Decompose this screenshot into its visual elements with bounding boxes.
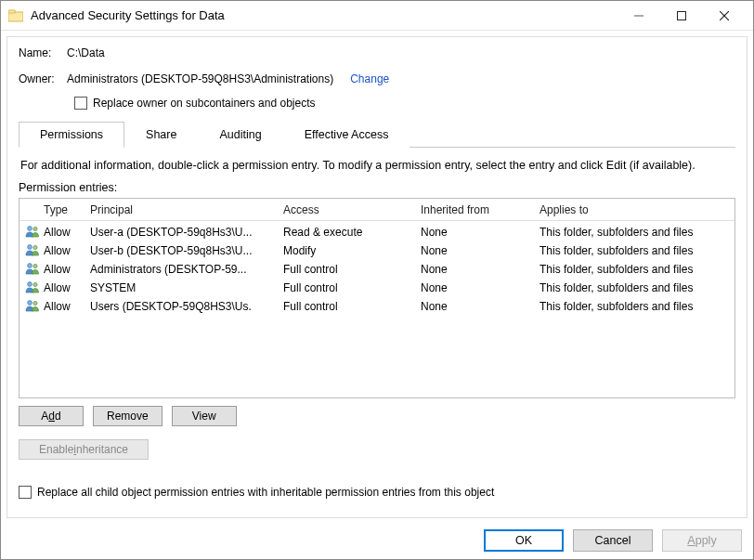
name-value: C:\Data: [67, 46, 105, 59]
svg-rect-3: [678, 11, 686, 20]
svg-point-10: [28, 263, 32, 267]
cell-principal: SYSTEM: [84, 281, 278, 294]
cell-type: Allow: [38, 244, 84, 257]
cell-type: Allow: [38, 300, 84, 313]
security-settings-window: Advanced Security Settings for Data Name…: [0, 0, 754, 560]
svg-point-9: [33, 245, 37, 249]
table-row[interactable]: AllowUsers (DESKTOP-59Q8HS3\Us.Full cont…: [20, 297, 734, 316]
owner-row: Owner: Administrators (DESKTOP-59Q8HS3\A…: [19, 72, 735, 85]
svg-point-8: [28, 244, 32, 249]
cell-applies: This folder, subfolders and files: [534, 244, 734, 257]
close-button[interactable]: [703, 2, 746, 30]
table-header: Type Principal Access Inherited from App…: [20, 199, 734, 221]
content-panel: Name: C:\Data Owner: Administrators (DES…: [6, 36, 748, 518]
cell-inherited: None: [415, 281, 534, 294]
cancel-button[interactable]: Cancel: [573, 529, 653, 552]
tabs: Permissions Share Auditing Effective Acc…: [19, 121, 735, 148]
cell-applies: This folder, subfolders and files: [534, 281, 734, 294]
dialog-buttons: OK Cancel Apply: [1, 524, 753, 559]
col-applies[interactable]: Applies to: [534, 203, 734, 216]
cell-type: Allow: [38, 263, 84, 276]
add-button[interactable]: Add: [19, 406, 84, 426]
cell-principal: Administrators (DESKTOP-59...: [84, 263, 278, 276]
folder-icon: [8, 8, 23, 23]
col-principal[interactable]: Principal: [84, 203, 278, 216]
svg-rect-1: [8, 10, 15, 13]
replace-children-checkbox[interactable]: [19, 486, 32, 499]
maximize-button[interactable]: [660, 2, 703, 30]
cell-access: Full control: [278, 281, 415, 294]
cell-principal: Users (DESKTOP-59Q8HS3\Us.: [84, 300, 278, 313]
col-type[interactable]: Type: [38, 203, 84, 216]
remove-button[interactable]: Remove: [93, 406, 162, 426]
name-label: Name:: [19, 46, 67, 59]
tab-permissions[interactable]: Permissions: [19, 122, 124, 148]
tab-effective-access[interactable]: Effective Access: [283, 122, 410, 148]
svg-point-13: [33, 282, 37, 286]
cell-access: Read & execute: [278, 226, 415, 239]
info-text: For additional information, double-click…: [20, 159, 734, 172]
cell-type: Allow: [38, 226, 84, 239]
permission-buttons: Add Remove View: [19, 406, 735, 426]
cell-inherited: None: [415, 263, 534, 276]
cell-inherited: None: [415, 226, 534, 239]
cell-inherited: None: [415, 300, 534, 313]
window-title: Advanced Security Settings for Data: [31, 8, 225, 22]
table-row[interactable]: AllowUser-b (DESKTOP-59q8Hs3\U...ModifyN…: [20, 241, 734, 260]
owner-label: Owner:: [19, 72, 67, 85]
cell-type: Allow: [38, 281, 84, 294]
cell-applies: This folder, subfolders and files: [534, 300, 734, 313]
permission-entries-label: Permission entries:: [19, 181, 735, 194]
ok-button[interactable]: OK: [484, 529, 564, 552]
cell-access: Full control: [278, 300, 415, 313]
replace-children-row[interactable]: Replace all child object permission entr…: [19, 486, 735, 499]
table-row[interactable]: AllowSYSTEMFull controlNoneThis folder, …: [20, 279, 734, 297]
apply-button[interactable]: Apply: [662, 529, 742, 552]
replace-children-label: Replace all child object permission entr…: [37, 486, 494, 499]
enable-inheritance-button[interactable]: Enable inheritance: [19, 439, 149, 460]
cell-access: Full control: [278, 263, 415, 276]
svg-point-6: [28, 226, 32, 230]
tab-share[interactable]: Share: [124, 122, 198, 148]
cell-principal: User-a (DESKTOP-59q8Hs3\U...: [84, 226, 278, 239]
svg-point-15: [33, 301, 37, 305]
table-row[interactable]: AllowAdministrators (DESKTOP-59...Full c…: [20, 260, 734, 279]
replace-owner-checkbox[interactable]: [74, 97, 87, 110]
cell-applies: This folder, subfolders and files: [534, 263, 734, 276]
svg-point-14: [28, 300, 32, 305]
view-button[interactable]: View: [172, 406, 237, 426]
cell-principal: User-b (DESKTOP-59q8Hs3\U...: [84, 244, 278, 257]
cell-inherited: None: [415, 244, 534, 257]
owner-value: Administrators (DESKTOP-59Q8HS3\Administ…: [67, 72, 333, 85]
svg-point-12: [28, 281, 32, 286]
name-row: Name: C:\Data: [19, 46, 735, 59]
svg-point-11: [33, 264, 37, 267]
replace-owner-row[interactable]: Replace owner on subcontainers and objec…: [74, 97, 735, 110]
svg-point-7: [33, 227, 37, 230]
titlebar: Advanced Security Settings for Data: [1, 1, 753, 31]
minimize-button[interactable]: [618, 2, 660, 30]
table-body: AllowUser-a (DESKTOP-59q8Hs3\U...Read & …: [20, 223, 734, 316]
col-access[interactable]: Access: [278, 203, 415, 216]
cell-applies: This folder, subfolders and files: [534, 226, 734, 239]
change-owner-link[interactable]: Change: [350, 72, 389, 85]
cell-access: Modify: [278, 244, 415, 257]
replace-owner-label: Replace owner on subcontainers and objec…: [93, 97, 315, 110]
permission-table[interactable]: Type Principal Access Inherited from App…: [19, 198, 735, 398]
tab-auditing[interactable]: Auditing: [198, 122, 282, 148]
table-row[interactable]: AllowUser-a (DESKTOP-59q8Hs3\U...Read & …: [20, 223, 734, 241]
col-inherited[interactable]: Inherited from: [415, 203, 534, 216]
